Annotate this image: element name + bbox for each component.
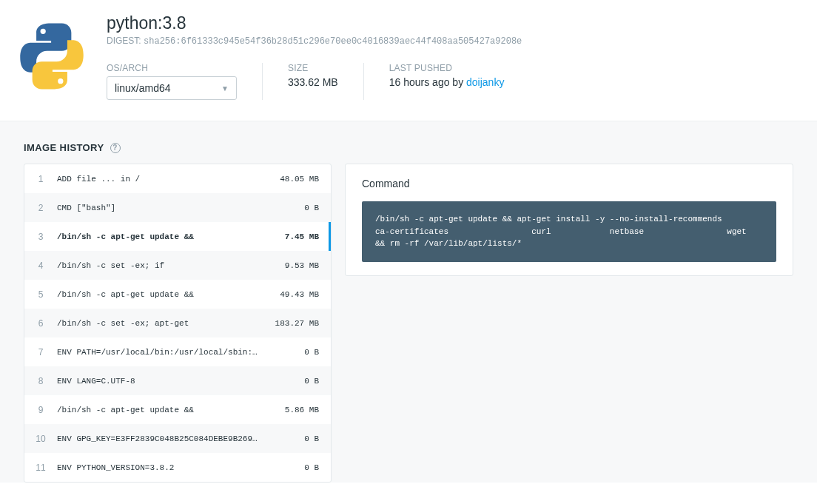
osarch-value: linux/amd64 [115, 82, 171, 94]
content-area: IMAGE HISTORY ? 1ADD file ... in /48.05 … [0, 121, 817, 483]
row-size: 5.86 MB [267, 406, 319, 414]
digest-value: sha256:6f61333c945e54f36b28d51c296e70ee0… [144, 36, 522, 47]
row-command: /bin/sh -c apt-get update && [57, 290, 267, 299]
last-pushed-by-word: by [452, 76, 463, 88]
row-number: 1 [24, 174, 57, 184]
history-row[interactable]: 9/bin/sh -c apt-get update &&5.86 MB [24, 395, 331, 424]
history-row[interactable]: 7ENV PATH=/usr/local/bin:/usr/local/sbin… [24, 337, 331, 366]
row-size: 7.45 MB [267, 232, 319, 241]
row-command: /bin/sh -c apt-get update && [57, 406, 267, 414]
last-pushed-time: 16 hours ago [389, 76, 450, 88]
row-number: 10 [24, 434, 57, 444]
chevron-down-icon: ▼ [221, 84, 229, 93]
osarch-column: OS/ARCH linux/amd64 ▼ [107, 63, 262, 100]
history-row[interactable]: 11ENV PYTHON_VERSION=3.8.20 B [24, 453, 331, 482]
history-panel: 1ADD file ... in /48.05 MB2CMD ["bash"]0… [24, 164, 332, 483]
row-command: /bin/sh -c set -ex; apt-get [57, 319, 267, 328]
row-number: 3 [24, 232, 57, 242]
row-number: 7 [24, 347, 57, 357]
help-icon[interactable]: ? [110, 143, 121, 153]
section-title-text: IMAGE HISTORY [24, 142, 104, 153]
row-number: 11 [24, 463, 57, 473]
last-pushed-value: 16 hours ago by doijanky [389, 76, 505, 88]
row-command: ENV LANG=C.UTF-8 [57, 377, 267, 386]
row-number: 8 [24, 376, 57, 386]
last-pushed-author-link[interactable]: doijanky [466, 76, 504, 88]
history-row[interactable]: 4/bin/sh -c set -ex; if9.53 MB [24, 251, 331, 280]
section-title: IMAGE HISTORY ? [24, 142, 793, 153]
digest-line: DIGEST: sha256:6f61333c945e54f36b28d51c2… [107, 36, 792, 47]
size-label: SIZE [288, 63, 338, 73]
row-size: 48.05 MB [267, 175, 319, 184]
history-row[interactable]: 6/bin/sh -c set -ex; apt-get183.27 MB [24, 309, 331, 337]
row-number: 5 [24, 289, 57, 300]
row-size: 0 B [267, 434, 319, 443]
last-pushed-label: LAST PUSHED [389, 63, 505, 73]
row-command: ADD file ... in / [57, 175, 267, 184]
size-column: SIZE 333.62 MB [262, 63, 363, 100]
meta-row: OS/ARCH linux/amd64 ▼ SIZE 333.62 MB LAS… [107, 63, 792, 100]
python-logo [15, 19, 89, 93]
row-size: 49.43 MB [267, 290, 319, 299]
detail-panel: Command /bin/sh -c apt-get update && apt… [345, 164, 793, 276]
history-row[interactable]: 2CMD ["bash"]0 B [24, 193, 331, 222]
panels: 1ADD file ... in /48.05 MB2CMD ["bash"]0… [24, 164, 793, 483]
row-size: 183.27 MB [267, 319, 319, 328]
size-value: 333.62 MB [288, 76, 338, 88]
command-label: Command [362, 178, 776, 189]
row-command: ENV PYTHON_VERSION=3.8.2 [57, 463, 267, 472]
header: python:3.8 DIGEST: sha256:6f61333c945e54… [0, 0, 817, 121]
history-row[interactable]: 8ENV LANG=C.UTF-80 B [24, 366, 331, 395]
osarch-select[interactable]: linux/amd64 ▼ [107, 76, 237, 100]
row-number: 6 [24, 318, 57, 329]
row-size: 0 B [267, 204, 319, 212]
digest-label: DIGEST: [107, 36, 141, 46]
row-command: ENV PATH=/usr/local/bin:/usr/local/sbin:… [57, 348, 267, 357]
row-size: 0 B [267, 463, 319, 472]
row-size: 0 B [267, 377, 319, 386]
row-size: 9.53 MB [267, 261, 319, 270]
title-block: python:3.8 DIGEST: sha256:6f61333c945e54… [107, 9, 792, 100]
row-command: /bin/sh -c apt-get update && [57, 232, 267, 241]
history-row[interactable]: 1ADD file ... in /48.05 MB [24, 164, 331, 193]
history-row[interactable]: 5/bin/sh -c apt-get update &&49.43 MB [24, 280, 331, 309]
osarch-label: OS/ARCH [107, 63, 237, 73]
row-command: ENV GPG_KEY=E3FF2839C048B25C084DEBE9B269… [57, 434, 267, 443]
row-command: /bin/sh -c set -ex; if [57, 261, 267, 270]
row-number: 2 [24, 203, 57, 213]
row-number: 9 [24, 405, 57, 415]
history-row[interactable]: 3/bin/sh -c apt-get update &&7.45 MB [24, 222, 331, 251]
history-row[interactable]: 10ENV GPG_KEY=E3FF2839C048B25C084DEBE9B2… [24, 424, 331, 453]
row-number: 4 [24, 261, 57, 271]
last-pushed-column: LAST PUSHED 16 hours ago by doijanky [363, 63, 530, 100]
row-size: 0 B [267, 348, 319, 357]
command-code: /bin/sh -c apt-get update && apt-get ins… [362, 201, 776, 262]
image-title: python:3.8 [107, 13, 792, 33]
row-command: CMD ["bash"] [57, 204, 267, 212]
